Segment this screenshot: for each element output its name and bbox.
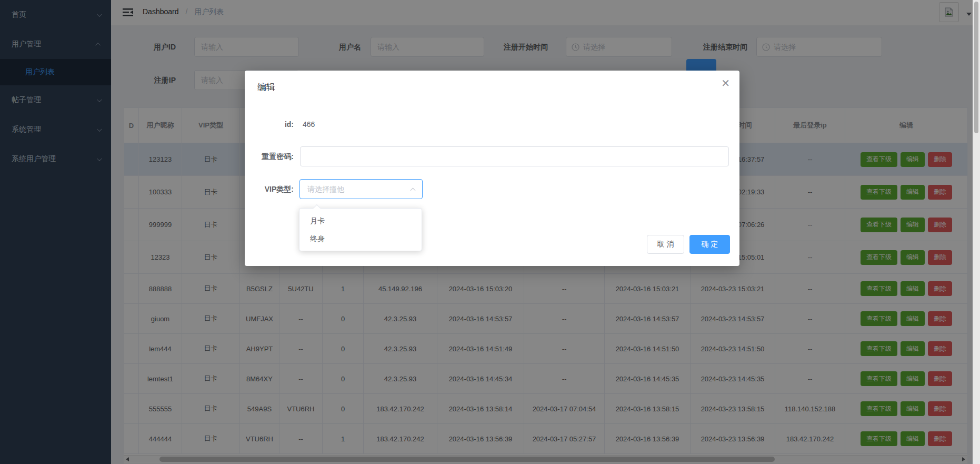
reset-password-field[interactable] [301,147,728,166]
reset-password-label: 重置密码: [245,146,294,166]
id-value: 466 [303,114,315,134]
vip-type-select[interactable]: 请选择撞他 [299,179,423,199]
dialog-title: 编辑 [257,81,275,93]
id-label: id: [245,114,294,134]
vip-dropdown: 月卡终身 [299,208,422,251]
cancel-button[interactable]: 取 消 [647,235,684,254]
close-icon[interactable]: ✕ [721,78,730,88]
vip-option-1[interactable]: 终身 [299,230,422,248]
vertical-scrollbar[interactable] [973,0,980,464]
chevron-up-icon [411,188,416,193]
vip-option-0[interactable]: 月卡 [299,212,422,230]
vip-type-label: VIP类型: [245,179,294,199]
vip-type-placeholder: 请选择撞他 [307,180,344,199]
reset-password-field-wrap [300,146,729,166]
app-root: 首页用户管理用户列表帖子管理系统管理系统用户管理 Dashboard / 用户列… [0,0,980,464]
vertical-scrollbar-thumb[interactable] [974,2,978,133]
confirm-button[interactable]: 确 定 [689,235,730,254]
